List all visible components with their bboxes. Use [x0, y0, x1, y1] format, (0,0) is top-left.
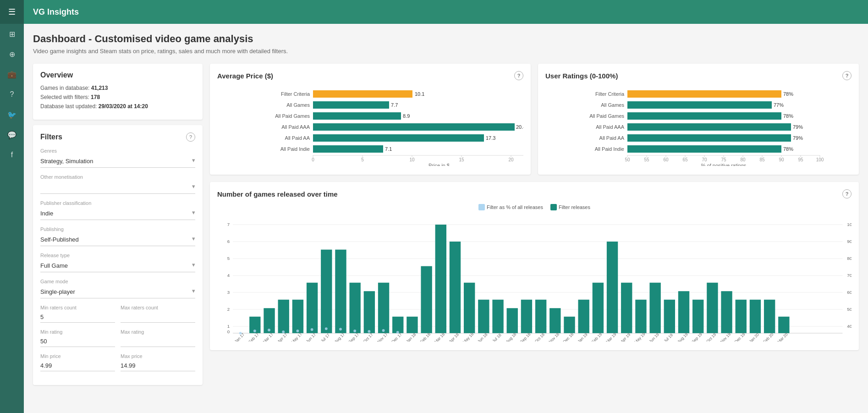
- filter-release-type-label: Release type: [40, 253, 195, 258]
- svg-text:Apr 19: Apr 19: [620, 332, 631, 341]
- svg-text:17.3: 17.3: [486, 135, 495, 141]
- svg-rect-122: [593, 283, 604, 333]
- filter-game-mode-select[interactable]: Single-player: [40, 287, 195, 296]
- sidebar-item-briefcase[interactable]: 💼: [0, 64, 24, 84]
- svg-rect-111: [435, 225, 446, 333]
- sidebar-item-twitter[interactable]: 🐦: [0, 105, 24, 125]
- svg-rect-48: [627, 145, 781, 153]
- filter-release-type-wrapper[interactable]: Full Game: [40, 259, 195, 272]
- sidebar-item-add[interactable]: ⊕: [0, 44, 24, 64]
- svg-point-183: [353, 330, 356, 332]
- filter-monetisation-label: Other monetisation: [40, 174, 195, 180]
- filter-max-rating-input[interactable]: [121, 336, 195, 347]
- avg-price-chart-card: Average Price ($) ? Filter Criteria 10.1: [210, 64, 531, 175]
- timeseries-legend: Filter as % of all releases Filter relea…: [217, 204, 852, 210]
- filters-header: Filters ?: [40, 132, 195, 142]
- svg-rect-127: [664, 300, 675, 333]
- svg-rect-104: [335, 250, 346, 333]
- svg-text:Apr 17: Apr 17: [276, 332, 288, 341]
- svg-text:All Paid AAA: All Paid AAA: [281, 124, 310, 130]
- filter-publishing-wrapper[interactable]: Self-Published: [40, 233, 195, 246]
- svg-text:2: 2: [227, 307, 230, 312]
- svg-rect-107: [378, 283, 389, 333]
- svg-text:77%: 77%: [774, 102, 784, 108]
- svg-text:70%: 70%: [847, 273, 852, 278]
- overview-card: Overview Games in database: 41,213 Selec…: [33, 64, 203, 120]
- svg-text:0: 0: [312, 157, 314, 162]
- svg-point-181: [325, 327, 328, 330]
- svg-rect-112: [450, 242, 461, 333]
- filter-genres-wrapper[interactable]: Strategy, Simulation: [40, 155, 195, 168]
- filter-max-price-label: Max price: [121, 353, 195, 359]
- filter-monetisation-select[interactable]: [40, 183, 195, 192]
- filter-publishing-select[interactable]: Self-Published: [40, 235, 195, 244]
- sidebar-item-dashboard[interactable]: ⊞: [0, 24, 24, 44]
- svg-rect-110: [421, 266, 432, 333]
- svg-text:90%: 90%: [847, 239, 852, 244]
- svg-point-186: [396, 331, 399, 334]
- filter-max-raters-input[interactable]: [121, 312, 195, 323]
- svg-text:20.4: 20.4: [516, 124, 523, 130]
- sidebar-item-discord[interactable]: 💬: [0, 125, 24, 145]
- svg-text:75: 75: [721, 157, 726, 162]
- sidebar-item-facebook[interactable]: f: [0, 145, 24, 165]
- page-subtitle: Video game insights and Steam stats on p…: [33, 48, 859, 55]
- svg-rect-134: [764, 300, 775, 333]
- svg-rect-135: [778, 317, 789, 333]
- timeseries-card: Number of games released over time ? Fil…: [210, 182, 859, 350]
- svg-rect-121: [578, 300, 589, 333]
- filter-genres-select[interactable]: Strategy, Simulation: [40, 157, 195, 165]
- svg-text:All Games: All Games: [601, 102, 624, 108]
- avg-price-help-icon[interactable]: ?: [514, 71, 523, 80]
- svg-text:85: 85: [759, 157, 765, 162]
- overview-title: Overview: [40, 71, 195, 79]
- page-title: Dashboard - Customised video game analys…: [33, 33, 859, 45]
- filter-min-raters-input[interactable]: [40, 312, 115, 323]
- filter-monetisation: Other monetisation: [40, 174, 195, 194]
- svg-rect-101: [292, 300, 303, 333]
- filters-card: Filters ? Genres Strategy, Simulation Ot…: [33, 125, 203, 385]
- filter-genres: Genres Strategy, Simulation: [40, 148, 195, 168]
- sidebar-item-help[interactable]: ?: [0, 84, 24, 105]
- filter-monetisation-wrapper[interactable]: [40, 181, 195, 194]
- filter-max-raters: Max raters count: [121, 305, 195, 323]
- svg-rect-128: [678, 291, 689, 333]
- svg-text:7: 7: [227, 222, 230, 227]
- filters-help-icon[interactable]: ?: [186, 132, 195, 142]
- filter-min-price-input[interactable]: [40, 360, 115, 371]
- svg-text:Jun 17: Jun 17: [305, 332, 317, 341]
- svg-text:Jun 19: Jun 19: [648, 332, 660, 341]
- filter-game-mode: Game mode Single-player: [40, 279, 195, 298]
- filter-game-mode-label: Game mode: [40, 279, 195, 284]
- svg-rect-124: [621, 283, 632, 333]
- avg-price-chart-title: Average Price ($) ?: [217, 71, 523, 80]
- svg-rect-33: [627, 90, 781, 98]
- svg-text:10: 10: [409, 157, 415, 162]
- timeseries-help-icon[interactable]: ?: [842, 189, 852, 198]
- svg-text:10.1: 10.1: [415, 91, 424, 97]
- svg-rect-106: [364, 291, 375, 333]
- filter-publisher: Publisher classification Indie: [40, 200, 195, 220]
- overview-db-count: 41,213: [91, 85, 108, 91]
- filter-game-mode-wrapper[interactable]: Single-player: [40, 286, 195, 298]
- filter-publisher-wrapper[interactable]: Indie: [40, 207, 195, 220]
- svg-rect-125: [635, 300, 646, 333]
- filter-release-type-select[interactable]: Full Game: [40, 261, 195, 270]
- svg-text:Jul 18: Jul 18: [491, 332, 502, 341]
- filter-publisher-select[interactable]: Indie: [40, 209, 195, 218]
- filter-publishing: Publishing Self-Published: [40, 226, 195, 246]
- user-ratings-help-icon[interactable]: ?: [842, 71, 852, 80]
- svg-text:Jan 20: Jan 20: [748, 332, 760, 341]
- filter-min-price-label: Min price: [40, 353, 115, 359]
- svg-text:All Paid Indie: All Paid Indie: [280, 146, 310, 152]
- filter-max-price-input[interactable]: [121, 360, 195, 371]
- filter-max-price: Max price: [121, 353, 195, 371]
- filter-min-rating-input[interactable]: [40, 336, 115, 347]
- svg-rect-103: [321, 250, 332, 333]
- svg-text:All Paid AA: All Paid AA: [285, 135, 310, 141]
- sidebar-toggle[interactable]: ☰: [0, 0, 24, 24]
- user-ratings-bar-chart: Filter Criteria 78% All Games 77% All Pa…: [545, 86, 852, 167]
- svg-rect-7: [313, 112, 401, 120]
- svg-text:79%: 79%: [793, 124, 803, 130]
- svg-rect-117: [521, 300, 532, 333]
